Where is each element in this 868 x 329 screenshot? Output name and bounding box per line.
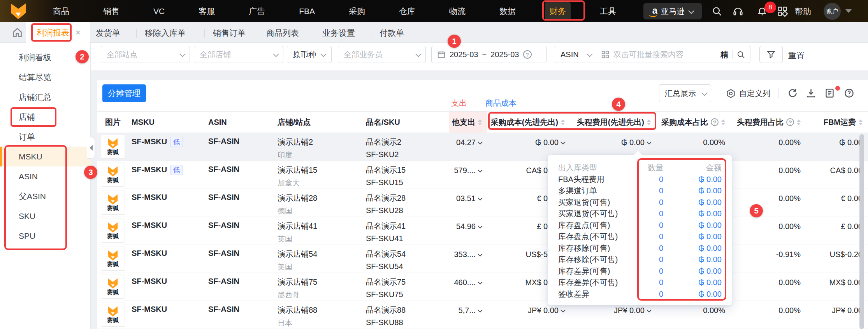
table-row[interactable]: 赛狐SF-MSKU低SF-ASIN演示店铺15加拿大品名演示15SF-SKU15… (97, 161, 868, 189)
nav-item-财务[interactable]: 财务 (545, 2, 571, 20)
search-icon[interactable] (712, 6, 722, 17)
product-image[interactable]: 赛狐 (101, 275, 125, 299)
popup-row-amount[interactable]: ₲ 0.00 (663, 244, 722, 253)
expand-chevron-icon[interactable] (478, 168, 483, 173)
popup-row-qty[interactable]: 0 (636, 209, 663, 218)
product-image[interactable]: 赛狐 (101, 219, 125, 243)
expand-chevron-icon[interactable] (478, 280, 483, 285)
column-header-采购成本占比[interactable]: 采购成本占比? (656, 112, 734, 133)
popup-row-qty[interactable]: 0 (636, 232, 663, 241)
sidebar-item-MSKU[interactable]: MSKU (0, 147, 91, 166)
apps-grid-icon[interactable] (777, 6, 788, 17)
popup-row-qty[interactable]: 0 (636, 198, 663, 207)
popup-row-amount[interactable]: ₲ 0.00 (663, 232, 722, 241)
refresh-icon[interactable] (787, 88, 798, 98)
expand-chevron-icon[interactable] (647, 308, 652, 313)
popup-row-amount[interactable]: ₲ 0.00 (663, 198, 722, 207)
expand-chevron-icon[interactable] (478, 196, 483, 201)
sort-icon[interactable] (478, 119, 482, 125)
account-avatar[interactable]: 账户 (824, 3, 841, 20)
column-header-FBM运费[interactable]: FBM运费 (810, 112, 868, 133)
sort-icon[interactable] (859, 119, 863, 125)
tab-移除入库单[interactable]: 移除入库单 (145, 28, 186, 38)
date-help-icon[interactable]: ? (523, 50, 532, 59)
popup-row-amount[interactable]: ₲ 0.00 (663, 278, 722, 287)
sidebar-item-结算尽览[interactable]: 结算尽览 (0, 67, 91, 87)
asin-link[interactable]: SF-ASIN (208, 165, 239, 173)
column-header-店铺/站点[interactable]: 店铺/站点 (274, 112, 363, 133)
table-row[interactable]: 赛狐SF-MSKUSF-ASIN演示店铺75墨西哥品名演示75SF-SKU754… (97, 273, 868, 301)
search-input[interactable] (613, 50, 717, 59)
tab-销售订单[interactable]: 销售订单 (213, 28, 246, 38)
nav-item-物流[interactable]: 物流 (445, 2, 470, 20)
customize-columns-button[interactable]: 自定义列 (726, 88, 770, 99)
asin-link[interactable]: SF-ASIN (208, 137, 239, 145)
popup-row-amount[interactable]: ₲ 0.00 (663, 186, 722, 195)
popup-row-qty[interactable]: 0 (636, 221, 663, 230)
product-image[interactable]: 赛狐 (101, 163, 125, 187)
salesman-select[interactable]: 全部业务员 (338, 46, 426, 63)
tab-发货单[interactable]: 发货单 (96, 28, 120, 38)
search-icon[interactable] (736, 50, 745, 59)
column-header-MSKU[interactable]: MSKU (128, 112, 205, 133)
sidebar-item-店铺汇总[interactable]: 店铺汇总 (0, 87, 91, 107)
asin-link[interactable]: SF-ASIN (208, 277, 239, 285)
expand-chevron-icon[interactable] (561, 308, 566, 313)
column-header-图片[interactable]: 图片 (97, 112, 128, 133)
asin-link[interactable]: SF-ASIN (208, 221, 239, 229)
allocate-manage-button[interactable]: 分摊管理 (102, 84, 146, 102)
precise-toggle[interactable]: 精 (720, 49, 728, 60)
expand-chevron-icon[interactable] (478, 252, 483, 257)
nav-item-工具[interactable]: 工具 (595, 2, 621, 20)
nav-item-广告[interactable]: 广告 (244, 2, 270, 20)
asin-link[interactable]: SF-ASIN (208, 249, 239, 257)
column-header-头程费用占比[interactable]: 头程费用占比? (734, 112, 810, 133)
product-image[interactable]: 赛狐 (101, 303, 125, 327)
popup-row-amount[interactable]: ₲ 0.00 (663, 221, 722, 230)
sort-icon[interactable] (797, 119, 801, 125)
nav-item-采购[interactable]: 采购 (344, 2, 370, 20)
reset-button[interactable]: 重置 (788, 50, 805, 61)
table-row[interactable]: 赛狐SF-MSKU低SF-ASIN演示店铺2印度品名演示2SF-SKU204.2… (97, 133, 868, 161)
popup-row-qty[interactable]: 0 (636, 255, 663, 264)
popup-row-amount[interactable]: ₲ 0.00 (663, 290, 722, 299)
column-header-头程费用(先进先出)[interactable]: 头程费用(先进先出) (570, 112, 656, 133)
sidebar-item-ASIN[interactable]: ASIN (0, 166, 91, 186)
column-header-ASIN[interactable]: ASIN (205, 112, 274, 133)
popup-row-qty[interactable]: 0 (636, 267, 663, 276)
table-row[interactable]: 赛狐SF-MSKUSF-ASIN演示店铺54美国品名演示54SF-SKU5435… (97, 245, 868, 273)
download-icon[interactable] (806, 88, 816, 98)
app-logo-fox-icon[interactable] (11, 4, 26, 19)
marketplace-selector[interactable]: a 亚马逊 (643, 3, 702, 19)
popup-row-amount[interactable]: ₲ 0.00 (663, 209, 722, 218)
popup-row-qty[interactable]: 0 (636, 278, 663, 287)
tab-close-icon[interactable]: × (76, 28, 81, 38)
tab-profit-report[interactable]: 利润报表 × (26, 22, 90, 43)
expand-chevron-icon[interactable] (478, 308, 483, 313)
nav-item-客服[interactable]: 客服 (194, 2, 220, 20)
column-header-品名/SKU[interactable]: 品名/SKU (363, 112, 449, 133)
product-image[interactable]: 赛狐 (101, 191, 125, 215)
sidebar-item-订单[interactable]: 订单 (0, 127, 91, 147)
nav-item-仓库[interactable]: 仓库 (394, 2, 420, 20)
sort-icon[interactable] (721, 119, 725, 125)
table-row[interactable]: 赛狐SF-MSKUSF-ASIN演示店铺88日本品名演示88SF-SKU885,… (97, 301, 868, 329)
currency-select[interactable]: 原币种 (287, 46, 332, 63)
expand-chevron-icon[interactable] (478, 140, 483, 145)
home-icon[interactable] (12, 27, 23, 38)
nav-item-VC[interactable]: VC (149, 3, 169, 19)
nav-item-数据[interactable]: 数据 (495, 2, 520, 20)
popup-row-qty[interactable]: 0 (636, 290, 663, 299)
date-range-picker[interactable]: 2025-03 ~ 2025-03 ? (431, 46, 547, 63)
sort-icon[interactable] (561, 119, 565, 125)
asin-link[interactable]: SF-ASIN (208, 193, 239, 201)
tab-付款单[interactable]: 付款单 (380, 28, 404, 38)
nav-item-销售[interactable]: 销售 (98, 2, 124, 20)
popup-row-amount[interactable]: ₲ 0.00 (663, 255, 722, 264)
export-report-icon[interactable] (824, 88, 835, 98)
popup-row-qty[interactable]: 0 (636, 186, 663, 195)
sidebar-item-SPU[interactable]: SPU (0, 226, 91, 246)
help-circle-icon[interactable]: ? (786, 118, 794, 126)
expand-chevron-icon[interactable] (561, 140, 566, 145)
expand-chevron-icon[interactable] (647, 140, 652, 145)
